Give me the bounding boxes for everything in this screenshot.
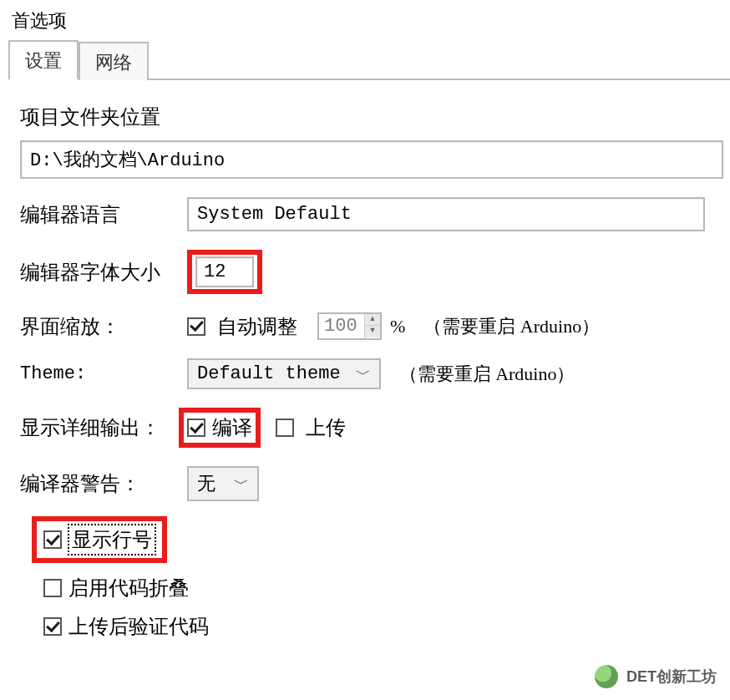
chevron-down-icon: ﹀ xyxy=(356,364,371,384)
verify-after-upload-label: 上传后验证代码 xyxy=(68,613,209,640)
window-title: 首选项 xyxy=(0,0,730,38)
highlight-compile: 编译 xyxy=(179,408,261,448)
theme-row: Theme: Default theme ﹀ （需要重启 Arduino） xyxy=(20,358,715,389)
highlight-line-numbers: 显示行号 xyxy=(32,516,167,563)
code-folding-label: 启用代码折叠 xyxy=(68,575,189,601)
theme-label: Theme: xyxy=(20,363,182,384)
compiler-warnings-select[interactable]: 无 ﹀ xyxy=(187,466,259,501)
compiler-warnings-label: 编译器警告： xyxy=(20,470,182,497)
interface-scale-suffix: % xyxy=(390,316,405,337)
editor-font-size-label: 编辑器字体大小 xyxy=(20,259,182,286)
tab-settings[interactable]: 设置 xyxy=(8,40,79,80)
interface-scale-hint: （需要重启 Arduino） xyxy=(423,314,600,339)
editor-font-size-row: 编辑器字体大小 12 xyxy=(20,250,715,294)
watermark: DET创新工坊 xyxy=(595,665,717,688)
tab-bar: 设置 网络 xyxy=(8,38,730,80)
theme-value: Default theme xyxy=(197,363,341,384)
sketchbook-location-label: 项目文件夹位置 xyxy=(20,104,715,130)
options-list: 显示行号 启用代码折叠 上传后验证代码 xyxy=(32,516,715,640)
verbose-upload-label: 上传 xyxy=(306,414,346,441)
interface-scale-row: 界面缩放： 自动调整 100 ▲ ▼ % （需要重启 Arduino） xyxy=(20,312,715,340)
chevron-down-icon: ﹀ xyxy=(234,474,249,494)
verbose-compile-label: 编译 xyxy=(212,414,252,441)
interface-scale-label: 界面缩放： xyxy=(20,313,182,340)
editor-language-row: 编辑器语言 System Default xyxy=(20,197,715,231)
verbose-output-row: 显示详细输出： 编译 上传 xyxy=(20,408,715,448)
spinner-up-icon[interactable]: ▲ xyxy=(365,314,380,326)
verbose-output-label: 显示详细输出： xyxy=(20,414,174,441)
wechat-icon xyxy=(595,665,618,688)
highlight-font-size: 12 xyxy=(187,250,262,294)
sketchbook-location-input[interactable]: D:\我的文档\Arduino xyxy=(20,140,723,179)
editor-language-label: 编辑器语言 xyxy=(20,201,182,228)
watermark-text: DET创新工坊 xyxy=(626,667,717,687)
theme-select[interactable]: Default theme ﹀ xyxy=(187,358,381,389)
line-numbers-label: 显示行号 xyxy=(68,525,155,555)
line-numbers-checkbox[interactable] xyxy=(43,530,62,549)
verbose-upload-checkbox[interactable] xyxy=(276,418,294,437)
verify-after-upload-checkbox[interactable] xyxy=(43,617,62,636)
editor-font-size-input[interactable]: 12 xyxy=(195,256,254,287)
editor-language-select[interactable]: System Default xyxy=(187,197,705,231)
compiler-warnings-row: 编译器警告： 无 ﹀ xyxy=(20,466,715,501)
interface-scale-spinner[interactable]: 100 ▲ ▼ xyxy=(317,312,382,340)
settings-panel: 项目文件夹位置 D:\我的文档\Arduino 编辑器语言 System Def… xyxy=(0,80,730,640)
spinner-down-icon[interactable]: ▼ xyxy=(365,326,380,337)
auto-scale-label: 自动调整 xyxy=(217,313,297,340)
compiler-warnings-value: 无 xyxy=(197,471,215,496)
interface-scale-value[interactable]: 100 xyxy=(319,314,364,338)
code-folding-checkbox[interactable] xyxy=(43,579,62,597)
theme-hint: （需要重启 Arduino） xyxy=(399,362,575,387)
tab-network[interactable]: 网络 xyxy=(79,42,149,80)
auto-scale-checkbox[interactable] xyxy=(187,317,205,336)
verbose-compile-checkbox[interactable] xyxy=(187,418,205,437)
